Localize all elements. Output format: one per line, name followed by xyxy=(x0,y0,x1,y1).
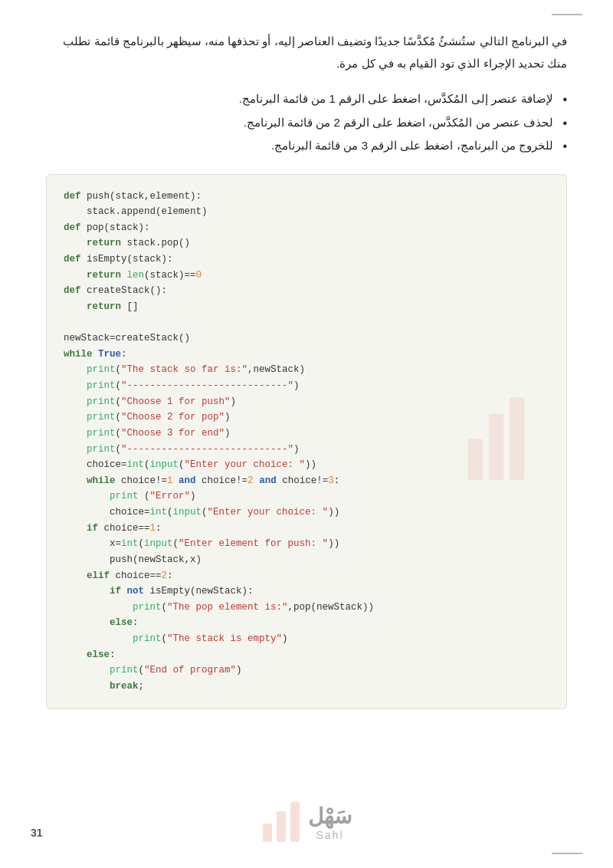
page: في البرنامج التالي ستُنشئُ مُكدَّسًا جدي… xyxy=(0,0,613,868)
top-line xyxy=(552,14,582,15)
svg-rect-3 xyxy=(263,824,272,842)
intro-paragraph: في البرنامج التالي ستُنشئُ مُكدَّسًا جدي… xyxy=(46,31,567,74)
code-content: def push(stack,element): stack.append(el… xyxy=(64,189,549,695)
bullet-item-2: لحذف عنصر من المُكدَّس، اضغط على الرقم 2… xyxy=(46,112,567,134)
bullet-list: لإضافة عنصر إلى المُكدَّس، اضغط على الرق… xyxy=(46,88,567,157)
logo-english-text: Sahl xyxy=(308,829,352,841)
logo-arabic-text: سَهْل xyxy=(308,804,352,829)
code-block: def push(stack,element): stack.append(el… xyxy=(46,174,567,709)
bullet-item-3: للخروج من البرنامج، اضغط على الرقم 3 من … xyxy=(46,135,567,157)
svg-rect-5 xyxy=(290,802,300,842)
bullet-item-1: لإضافة عنصر إلى المُكدَّس، اضغط على الرق… xyxy=(46,88,567,110)
logo-bars-icon xyxy=(261,799,303,845)
bottom-logo: سَهْل Sahl xyxy=(261,799,352,845)
page-number: 31 xyxy=(31,827,43,839)
svg-rect-4 xyxy=(277,811,286,842)
bottom-line xyxy=(552,853,582,854)
